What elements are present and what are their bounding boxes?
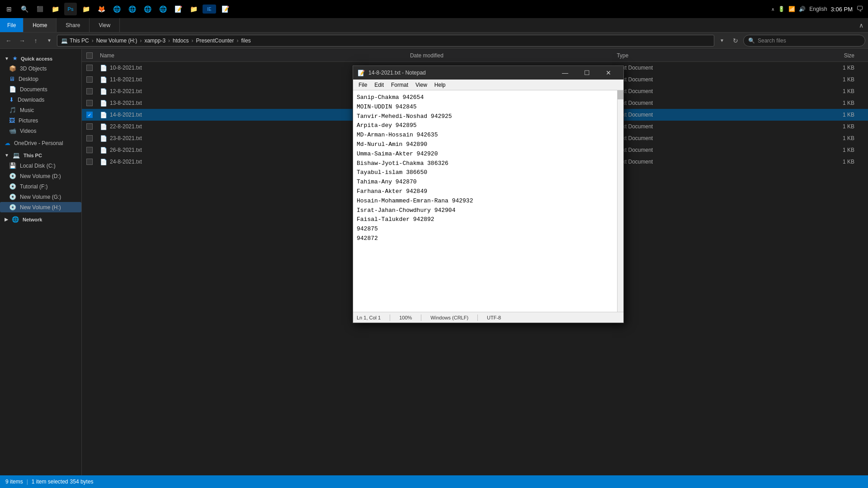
notepad-minimize-button[interactable]: — [555,66,576,80]
sidebar-section-quickaccess[interactable]: ▼ ★ Quick access [0,54,81,63]
tab-share[interactable]: Share [57,18,90,32]
sidebar-item-pictures[interactable]: 🖼 Pictures [0,115,81,126]
notepad-menubar: File Edit Format View Help [353,80,623,90]
taskbar-app10[interactable]: IE [203,5,216,14]
notepad-line-ending: Windows (CRLF) [430,315,468,320]
vscode-taskbar[interactable]: 📝 [172,3,184,15]
refresh-locations-dropdown[interactable]: ▼ [716,35,728,47]
nav-bar: ← → ↑ ▼ 💻 This PC › New Volume (H:) › xa… [0,33,868,49]
notification-btn[interactable]: 🗨 [856,5,863,13]
file-name-0: 10-8-2021.txt [110,65,142,71]
notepad-text-content[interactable]: Sanip-Chakma 942654 MOIN-UDDIN 942845 Ta… [353,90,617,312]
taskbar-app7[interactable]: 🌐 [156,3,169,15]
file-size-2: 1 KB [772,88,863,94]
file-checkbox-6[interactable] [86,135,93,141]
column-name[interactable]: Name [100,52,410,59]
sidebar-item-newvolume-d[interactable]: 💿 New Volume (D:) [0,171,81,181]
tab-view[interactable]: View [90,18,120,32]
refresh-button[interactable]: ↻ [730,35,741,47]
file-checkbox-1[interactable] [86,76,93,83]
file-type-2: Text Document [617,88,772,94]
sidebar-item-tutorial-f[interactable]: 💿 Tutorial (F:) [0,181,81,192]
file-checkbox-8[interactable] [86,159,93,165]
tab-home[interactable]: Home [24,18,57,32]
notepad-scrollbar[interactable] [617,90,623,312]
file-checkbox-7[interactable] [86,147,93,153]
notepad-zoom: 100% [399,315,412,320]
notepad-close-button[interactable]: ✕ [598,66,619,80]
notepad-menu-file[interactable]: File [355,80,371,90]
file-explorer-taskbar[interactable]: 📁 [49,3,61,15]
photoshop-taskbar[interactable]: Ps [64,3,77,15]
file-list-header: Name Date modified Type Size [82,49,868,62]
notepad-menu-help[interactable]: Help [431,80,449,90]
up-button[interactable]: ↑ [30,35,42,47]
search-box[interactable]: 🔍 Search files [743,35,865,47]
tab-file[interactable]: File [0,18,24,32]
music-label: Music [20,107,34,113]
downloads-icon: ⬇ [9,96,14,103]
sidebar-item-newvolume-g[interactable]: 💿 New Volume (G:) [0,192,81,202]
sidebar-section-thispc[interactable]: ▼ 💻 This PC [0,150,81,160]
file-name-2: 12-8-2021.txt [110,88,142,94]
file-name-8: 24-8-2021.txt [110,159,142,165]
notepad-taskbar[interactable]: 📝 [219,3,231,15]
sidebar-item-newvolume-h[interactable]: 💿 New Volume (H:) [0,202,81,212]
taskbar-app9[interactable]: 📁 [187,3,200,15]
file-checkbox-3[interactable] [86,100,93,106]
file-icon-3: 📄 [100,100,107,107]
sidebar-item-documents[interactable]: 📄 Documents [0,84,81,94]
ribbon: File Home Share View ∧ ← → ↑ ▼ 💻 This PC… [0,18,868,49]
sidebar-item-desktop[interactable]: 🖥 Desktop [0,74,81,84]
sidebar-item-music[interactable]: 🎵 Music [0,105,81,115]
address-bar[interactable]: 💻 This PC › New Volume (H:) › xampp-3 › … [57,35,714,47]
back-button[interactable]: ← [3,35,14,47]
sidebar-item-videos[interactable]: 📹 Videos [0,126,81,136]
file-checkbox-0[interactable] [86,65,93,71]
file-size-7: 1 KB [772,147,863,153]
breadcrumb-newvolume[interactable]: New Volume (H:) [96,38,137,44]
select-all-checkbox[interactable] [86,52,93,59]
sidebar-item-downloads[interactable]: ⬇ Downloads [0,94,81,105]
taskbar-app3[interactable]: 🦊 [95,3,108,15]
status-selected: 1 item selected [32,479,68,485]
column-type[interactable]: Type [617,52,772,59]
statusbar-separator-3 [477,314,478,321]
breadcrumb-htdocs[interactable]: htdocs [173,38,189,44]
notepad-menu-view[interactable]: View [412,80,431,90]
breadcrumb-xampp[interactable]: xampp-3 [144,38,165,44]
tray-network: 📶 [788,6,795,12]
taskbar-app5[interactable]: 🌐 [126,3,138,15]
sidebar-item-onedrive[interactable]: ☁ OneDrive - Personal [0,138,81,148]
sidebar-item-3dobjects[interactable]: 📦 3D Objects [0,63,81,74]
file-checkbox-2[interactable] [86,88,93,94]
taskbar-app2[interactable]: 📁 [80,3,92,15]
column-date-modified[interactable]: Date modified [410,52,617,59]
breadcrumb-presentcounter[interactable]: PresentCounter [196,38,234,44]
tray-expand[interactable]: ∧ [771,7,774,12]
breadcrumb-files[interactable]: files [241,38,250,44]
column-size[interactable]: Size [772,52,863,59]
localdisk-c-label: Local Disk (C:) [20,163,56,169]
recent-locations-button[interactable]: ▼ [43,35,55,47]
file-icon-1: 📄 [100,76,107,83]
notepad-menu-edit[interactable]: Edit [371,80,387,90]
sidebar-section-network[interactable]: ▶ 🌐 Network [0,214,81,225]
taskbar-app4[interactable]: 🌐 [110,3,123,15]
notepad-menu-format[interactable]: Format [387,80,412,90]
forward-button[interactable]: → [16,35,28,47]
sep1: › [92,38,94,44]
newvolume-d-label: New Volume (D:) [20,173,61,179]
sidebar-item-localdisk-c[interactable]: 💾 Local Disk (C:) [0,160,81,171]
notepad-scrollbar-thumb[interactable] [618,90,623,99]
ribbon-expand-btn[interactable]: ∧ [859,22,868,29]
task-view-icon[interactable]: ⬛ [33,3,46,15]
ribbon-tabs: File Home Share View ∧ [0,18,868,33]
file-checkbox-5[interactable] [86,123,93,130]
breadcrumb-thispc[interactable]: This PC [70,38,89,44]
notepad-maximize-button[interactable]: ☐ [576,66,597,80]
search-taskbar-icon[interactable]: 🔍 [18,3,31,15]
taskbar-app6[interactable]: 🌐 [141,3,154,15]
file-checkbox-4[interactable]: ✓ [86,112,93,118]
start-button[interactable]: ⊞ [3,3,15,15]
